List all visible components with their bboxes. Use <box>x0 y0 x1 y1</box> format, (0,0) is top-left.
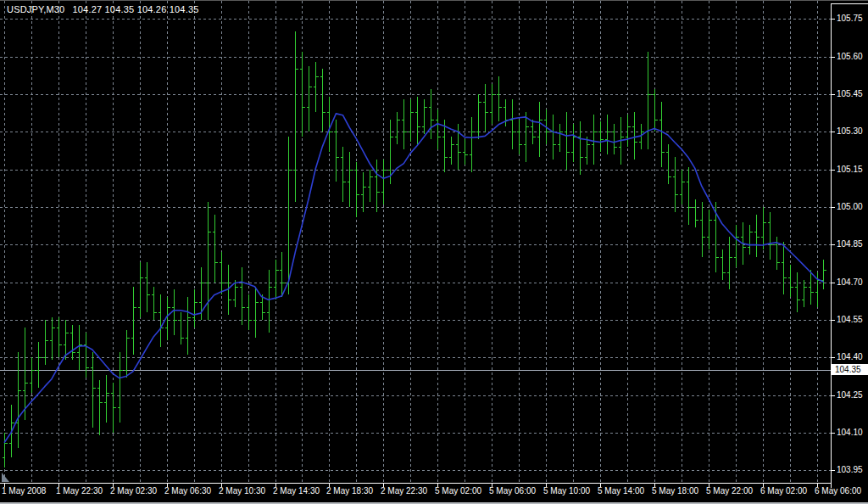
time-axis-label: 1 May 2008 <box>2 486 46 496</box>
price-axis-label: 105.60 <box>837 52 867 62</box>
time-axis-label: 6 May 06:00 <box>815 486 861 496</box>
time-axis-label: 1 May 22:30 <box>56 486 103 496</box>
current-price-badge: 104.35 <box>832 364 868 375</box>
time-axis-label: 5 May 22:00 <box>706 486 753 496</box>
price-axis-label: 104.40 <box>837 352 867 362</box>
symbol-label: USDJPY,M30 <box>7 4 64 14</box>
time-axis-label: 5 May 18:00 <box>652 486 698 496</box>
chart-window: USDJPY,M30104.27 104.35 104.26 104.35 10… <box>0 0 868 504</box>
price-chart-canvas[interactable] <box>0 1 868 504</box>
price-axis-label: 104.85 <box>837 239 867 249</box>
price-axis-label: 104.55 <box>837 315 867 325</box>
time-axis-label: 2 May 14:30 <box>273 486 320 496</box>
time-axis-label: 2 May 02:30 <box>110 486 157 496</box>
time-axis-label: 5 May 02:00 <box>435 486 481 496</box>
moving-average-line <box>4 114 824 443</box>
symbol-ohlc-readout: USDJPY,M30104.27 104.35 104.26 104.35 <box>7 4 199 14</box>
price-axis-label: 104.70 <box>837 277 867 288</box>
price-axis-label: 105.15 <box>837 165 867 175</box>
time-axis-label: 5 May 14:00 <box>598 486 644 496</box>
time-axis-label: 5 May 06:00 <box>489 486 536 496</box>
time-axis-label: 2 May 06:30 <box>164 486 211 496</box>
ohlc-values: 104.27 104.35 104.26 104.35 <box>72 4 198 14</box>
time-axis-label: 6 May 02:00 <box>760 486 807 496</box>
price-axis-label: 105.45 <box>837 89 867 99</box>
price-axis-label: 105.30 <box>837 126 867 137</box>
plot-corner-marker <box>2 473 9 482</box>
time-axis-label: 2 May 22:30 <box>381 486 427 496</box>
price-axis-label: 105.00 <box>837 202 867 212</box>
price-axis-label: 104.10 <box>837 428 867 438</box>
price-axis-label: 104.25 <box>837 390 867 400</box>
time-axis-label: 5 May 10:00 <box>543 486 590 496</box>
price-axis-label: 103.95 <box>837 465 867 475</box>
time-axis-label: 2 May 10:30 <box>219 486 265 496</box>
price-axis-label: 105.75 <box>837 14 867 24</box>
time-axis-label: 2 May 18:30 <box>326 486 373 496</box>
ohlc-bars <box>3 31 826 468</box>
